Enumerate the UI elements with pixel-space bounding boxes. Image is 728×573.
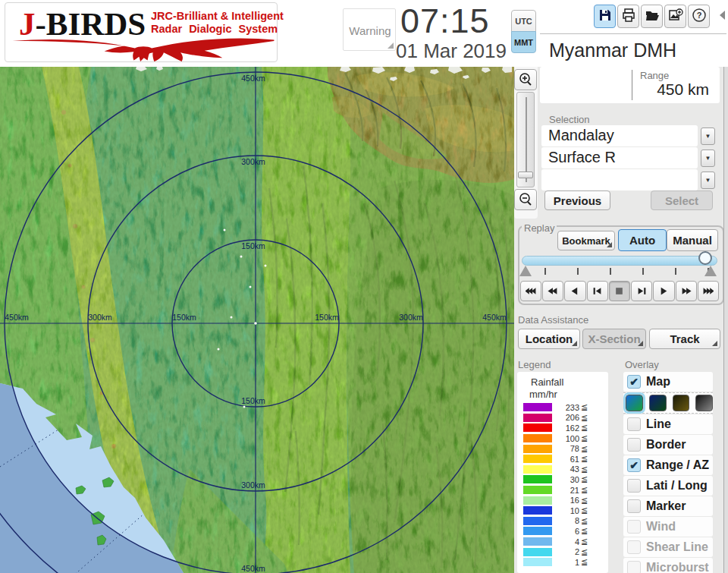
overlay-item-marker[interactable]: Marker: [623, 496, 713, 516]
panel-splitter[interactable]: [723, 0, 728, 573]
overlay-list: ✔MapLineBorder✔Range / AZLati / LongMark…: [623, 372, 713, 573]
zoom-out-button[interactable]: [514, 189, 537, 210]
checkbox[interactable]: [627, 417, 641, 431]
open-button[interactable]: [641, 5, 663, 28]
overlay-label: Overlay: [625, 359, 659, 370]
help-icon: ?: [692, 8, 707, 26]
save-button[interactable]: [594, 5, 616, 28]
legend-entry: 8≦: [523, 516, 605, 527]
legend-swatch: [523, 475, 552, 483]
legend-value: 6: [552, 527, 581, 536]
checkbox[interactable]: [627, 520, 641, 534]
replay-label: Replay: [522, 222, 557, 234]
playback-play-button[interactable]: [653, 281, 674, 301]
overlay-item-range-az[interactable]: ✔Range / AZ: [623, 455, 713, 475]
overlay-item-microburst[interactable]: Microburst: [623, 558, 713, 573]
overlay-item-line[interactable]: Line: [623, 414, 713, 434]
map-style-swatch-1[interactable]: [626, 395, 643, 411]
ring-label: 150km: [172, 313, 196, 322]
warning-panel[interactable]: Warning: [343, 8, 396, 51]
legend-value: 233: [552, 403, 581, 412]
resize-grip-icon[interactable]: [388, 43, 394, 49]
auto-button[interactable]: Auto: [618, 229, 667, 251]
playback-stepfwd-button[interactable]: [631, 281, 652, 301]
eagle-logo-icon: [11, 35, 275, 62]
overlay-item-label: Range / AZ: [646, 458, 709, 472]
playback-stop-button[interactable]: [609, 281, 630, 301]
playback-fwd2-button[interactable]: [676, 281, 697, 301]
mmt-button[interactable]: MMT: [511, 31, 536, 53]
map-style-swatch-2[interactable]: [649, 395, 667, 411]
zoom-in-button[interactable]: [514, 69, 537, 90]
overlay-item-lati-long[interactable]: Lati / Long: [623, 476, 713, 496]
data-assistance-label: Data Assistance: [518, 314, 588, 326]
ring-label: 450km: [482, 313, 507, 322]
replay-slider-thumb[interactable]: [698, 251, 712, 265]
dropdown-product[interactable]: Surface R: [541, 147, 698, 168]
checkbox[interactable]: [627, 499, 641, 513]
overlay-item-wind[interactable]: Wind: [623, 517, 713, 537]
playback-rew2-button[interactable]: [542, 281, 563, 301]
clock-date: 01 Mar 2019: [396, 39, 507, 63]
legend-leq: ≦: [581, 464, 588, 474]
dropdown-product-value: Surface R: [548, 149, 616, 166]
export-button[interactable]: [664, 5, 686, 28]
xsection-button[interactable]: X-Section: [582, 329, 646, 349]
location-button[interactable]: Location: [518, 329, 580, 349]
ring-label: 150km: [241, 241, 265, 250]
checkbox[interactable]: [627, 438, 641, 452]
bookmark-button[interactable]: Bookmark: [557, 231, 615, 250]
zoom-slider-thumb[interactable]: [518, 172, 533, 178]
dropdown-site-arrow[interactable]: ▼: [701, 128, 715, 145]
legend-entry: 1≦: [523, 557, 605, 568]
legend-value: 1: [552, 558, 581, 567]
fwd2-icon: [680, 286, 692, 296]
dropdown-site[interactable]: Mandalay: [541, 125, 698, 146]
replay-slider[interactable]: [522, 256, 717, 266]
radar-map[interactable]: 150km150km150km150km300km300km300km300km…: [0, 67, 514, 573]
utc-button[interactable]: UTC: [511, 10, 536, 32]
zoom-slider[interactable]: [516, 92, 535, 187]
checkbox[interactable]: ✔: [627, 375, 641, 389]
help-button[interactable]: ?: [688, 5, 710, 28]
legend-swatch: [523, 558, 552, 566]
checkbox[interactable]: [627, 479, 641, 493]
map-style-swatch-3[interactable]: [673, 395, 690, 411]
dropdown-extra[interactable]: [541, 169, 698, 190]
playback-stepback-button[interactable]: [587, 281, 608, 301]
playback-fwd3-button[interactable]: [698, 281, 719, 301]
ring-label: 450km: [5, 313, 29, 322]
legend-value: 2: [552, 547, 581, 556]
playback-rev-button[interactable]: [564, 281, 585, 301]
legend-value: 206: [552, 413, 581, 422]
legend-leq: ≦: [581, 433, 588, 443]
legend-swatch: [523, 414, 552, 422]
overlay-item-label: Shear Line: [646, 540, 708, 554]
select-button[interactable]: Select: [651, 190, 713, 210]
export-icon: [668, 8, 683, 26]
slider-tick: [675, 268, 676, 275]
checkbox[interactable]: [627, 540, 641, 554]
dropdown-product-arrow[interactable]: ▼: [701, 150, 715, 167]
overlay-item-border[interactable]: Border: [623, 435, 713, 455]
manual-button[interactable]: Manual: [667, 229, 718, 251]
previous-button[interactable]: Previous: [544, 190, 610, 210]
collapse-panel-icon[interactable]: [720, 11, 725, 20]
stepback-icon: [592, 286, 603, 296]
map-style-swatch-4[interactable]: [695, 395, 713, 411]
checkbox[interactable]: [627, 561, 641, 573]
checkbox[interactable]: ✔: [627, 458, 641, 472]
legend-leq: ≦: [581, 547, 588, 557]
playback-rew3-button[interactable]: [520, 281, 541, 301]
overlay-item-map[interactable]: ✔Map: [623, 372, 713, 392]
track-button[interactable]: Track: [649, 329, 720, 349]
ring-label: 150km: [315, 313, 339, 322]
print-button[interactable]: [617, 5, 639, 28]
overlay-item-shear-line[interactable]: Shear Line: [623, 537, 713, 557]
legend-leq: ≦: [581, 496, 588, 505]
legend-swatch: [523, 506, 552, 515]
map-style-swatches: [623, 392, 713, 414]
dropdown-extra-arrow[interactable]: ▼: [701, 172, 715, 189]
legend-entry: 78≦: [523, 443, 605, 454]
overlay-item-label: Map: [646, 375, 670, 389]
